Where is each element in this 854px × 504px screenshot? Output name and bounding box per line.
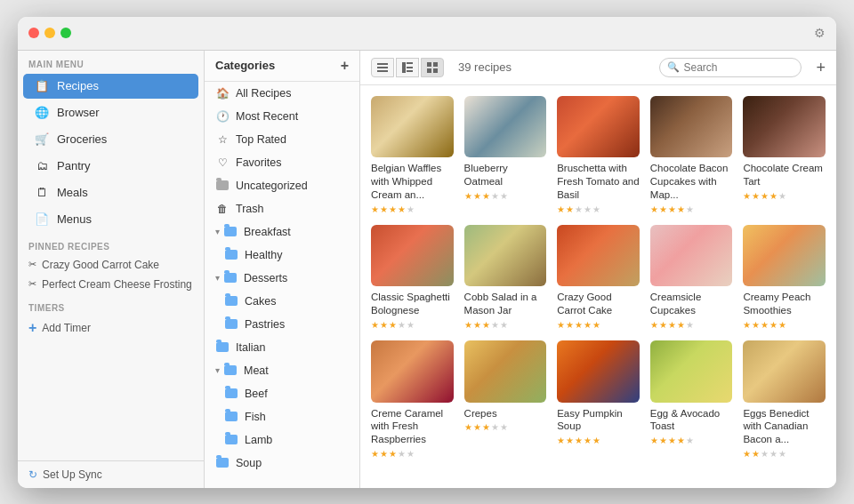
sidebar-item-label: Meals xyxy=(57,186,88,199)
cat-most-recent[interactable]: 🕐 Most Recent xyxy=(205,105,359,128)
recipe-card[interactable]: Blueberry Oatmeal★★★★★ xyxy=(464,96,547,214)
star-icon: ★ xyxy=(407,449,415,459)
sidebar-item-menus[interactable]: 📄 Menus xyxy=(23,207,198,232)
recipe-card[interactable]: Easy Pumpkin Soup★★★★★ xyxy=(557,340,640,459)
recipe-card[interactable]: Eggs Benedict with Canadian Bacon a...★★… xyxy=(743,340,826,459)
cat-label: Italian xyxy=(236,341,265,354)
folder-icon xyxy=(215,456,230,470)
pantry-icon: 🗂 xyxy=(34,158,50,174)
cat-meat[interactable]: ▾ Meat xyxy=(205,359,359,382)
cat-label: Most Recent xyxy=(236,110,298,123)
cat-italian[interactable]: Italian xyxy=(205,336,359,359)
setup-sync-button[interactable]: ↻ Set Up Sync xyxy=(18,460,204,488)
pinned-carrot-cake[interactable]: ✂ Crazy Good Carrot Cake xyxy=(18,255,204,275)
recipe-stars: ★★★★★ xyxy=(743,320,826,330)
star-icon: ★ xyxy=(500,422,508,432)
star-icon: ★ xyxy=(491,320,499,330)
recipe-card[interactable]: Classic Spaghetti Bolognese★★★★★ xyxy=(371,225,454,330)
star-icon: ★ xyxy=(473,320,481,330)
svg-rect-9 xyxy=(427,68,431,73)
pinned-item-label: Perfect Cream Cheese Frosting xyxy=(42,278,192,291)
cat-desserts[interactable]: ▾ Desserts xyxy=(205,267,359,290)
list-view-button[interactable] xyxy=(371,58,394,77)
recipe-title: Bruschetta with Fresh Tomato and Basil xyxy=(557,162,640,202)
maximize-button[interactable] xyxy=(60,28,71,38)
gear-icon[interactable]: ⚙ xyxy=(814,26,826,40)
cat-all-recipes[interactable]: 🏠 All Recipes xyxy=(205,82,359,105)
recipe-card[interactable]: Egg & Avocado Toast★★★★★ xyxy=(650,340,733,459)
search-box: 🔍 xyxy=(659,58,802,77)
sidebar-item-meals[interactable]: 🗒 Meals xyxy=(23,180,198,205)
chevron-icon: ▾ xyxy=(215,365,220,375)
folder-icon xyxy=(223,225,238,239)
recipe-title: Crepes xyxy=(464,407,547,420)
star-icon: ★ xyxy=(482,191,490,201)
compact-list-icon xyxy=(402,62,413,73)
svg-rect-3 xyxy=(402,62,406,73)
recipe-card[interactable]: Creamsicle Cupcakes★★★★★ xyxy=(650,225,733,330)
recipe-card[interactable]: Belgian Waffles with Whipped Cream an...… xyxy=(371,96,454,214)
add-timer-icon: + xyxy=(28,320,36,336)
close-button[interactable] xyxy=(28,28,39,38)
cat-cakes[interactable]: Cakes xyxy=(205,290,359,313)
cat-lamb[interactable]: Lamb xyxy=(205,428,359,452)
cat-trash[interactable]: 🗑 Trash xyxy=(205,197,359,220)
star-icon: ★ xyxy=(659,320,667,330)
grid-view-button[interactable] xyxy=(421,58,444,77)
cat-fish[interactable]: Fish xyxy=(205,405,359,428)
cat-breakfast[interactable]: ▾ Breakfast xyxy=(205,220,359,244)
cat-label: Lamb xyxy=(245,434,272,446)
titlebar: ⚙ xyxy=(18,17,836,51)
star-icon: ★ xyxy=(743,449,751,459)
star-icon: ★ xyxy=(743,191,751,201)
add-timer-button[interactable]: + Add Timer xyxy=(18,316,204,340)
cat-pastries[interactable]: Pastries xyxy=(205,313,359,336)
cat-label: Desserts xyxy=(244,272,287,284)
minimize-button[interactable] xyxy=(44,28,55,38)
svg-rect-5 xyxy=(407,67,413,68)
recipes-header: 39 recipes 🔍 + xyxy=(360,51,836,85)
sidebar-item-pantry[interactable]: 🗂 Pantry xyxy=(23,154,198,179)
cat-beef[interactable]: Beef xyxy=(205,382,359,405)
grid-icon xyxy=(427,62,438,73)
cat-healthy[interactable]: Healthy xyxy=(205,244,359,267)
pinned-frosting[interactable]: ✂ Perfect Cream Cheese Frosting xyxy=(18,275,204,294)
recipe-title: Cobb Salad in a Mason Jar xyxy=(464,291,547,317)
recipe-card[interactable]: Creme Caramel with Fresh Raspberries★★★★… xyxy=(371,340,454,459)
sidebar-item-recipes[interactable]: 📋 Recipes xyxy=(23,74,198,99)
recipe-card[interactable]: Crepes★★★★★ xyxy=(464,340,547,459)
recipe-card[interactable]: Creamy Peach Smoothies★★★★★ xyxy=(743,225,826,330)
cat-soup[interactable]: Soup xyxy=(205,452,359,475)
star-icon: ★ xyxy=(659,436,667,445)
chevron-icon: ▾ xyxy=(215,227,220,236)
recipe-card[interactable]: Cobb Salad in a Mason Jar★★★★★ xyxy=(464,225,547,330)
add-category-button[interactable]: + xyxy=(341,59,349,73)
cat-favorites[interactable]: ♡ Favorites xyxy=(205,151,359,174)
star-icon: ★ xyxy=(650,204,658,214)
star-icon: ★ xyxy=(650,320,658,330)
star-icon: ★ xyxy=(380,204,388,214)
star-icon: ★ xyxy=(407,204,415,214)
recipe-stars: ★★★★★ xyxy=(650,204,733,214)
recipe-card[interactable]: Bruschetta with Fresh Tomato and Basil★★… xyxy=(557,96,640,214)
cat-label: Cakes xyxy=(245,295,276,308)
recipe-card[interactable]: Chocolate Bacon Cupcakes with Map...★★★★… xyxy=(650,96,733,214)
recipe-thumbnail xyxy=(371,340,454,402)
cat-top-rated[interactable]: ☆ Top Rated xyxy=(205,128,359,151)
sidebar-item-browser[interactable]: 🌐 Browser xyxy=(23,100,198,125)
sidebar-item-groceries[interactable]: 🛒 Groceries xyxy=(23,127,198,152)
star-icon: ★ xyxy=(592,320,600,330)
recipe-thumbnail xyxy=(371,96,454,157)
cat-label: Meat xyxy=(244,364,269,377)
recipe-card[interactable]: Crazy Good Carrot Cake★★★★★ xyxy=(557,225,640,330)
star-icon: ★ xyxy=(398,320,406,330)
add-recipe-button[interactable]: + xyxy=(816,60,826,76)
search-input[interactable] xyxy=(683,61,794,74)
categories-title: Categories xyxy=(215,59,275,72)
compact-view-button[interactable] xyxy=(396,58,419,77)
recipe-card[interactable]: Chocolate Cream Tart★★★★★ xyxy=(743,96,826,214)
recipe-thumbnail xyxy=(464,225,547,286)
list-icon xyxy=(377,62,388,73)
cat-uncategorized[interactable]: Uncategorized xyxy=(205,174,359,197)
clock-icon: 🕐 xyxy=(215,109,230,124)
